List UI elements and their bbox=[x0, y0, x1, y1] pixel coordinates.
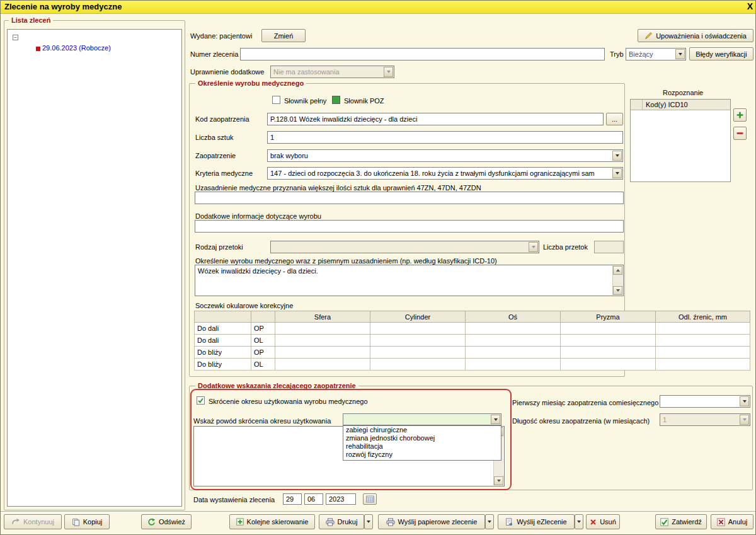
pen-icon bbox=[644, 32, 653, 40]
issue-date-year-input[interactable] bbox=[326, 493, 356, 505]
issue-date-month-input[interactable] bbox=[304, 493, 323, 505]
icd10-column-header: Kod(y) ICD10 bbox=[646, 101, 688, 108]
send-e-order-button[interactable]: Wyślij eZlecenie bbox=[498, 514, 575, 529]
printer-icon bbox=[326, 518, 335, 526]
chevron-down-icon[interactable] bbox=[612, 151, 622, 161]
verification-errors-button[interactable]: Błędy weryfikacji bbox=[689, 47, 753, 60]
description-text: Wózek inwalidzki dziecięcy - dla dzieci. bbox=[198, 267, 610, 275]
col-sfera: Sfera bbox=[275, 311, 370, 323]
next-referral-button[interactable]: Kolejne skierowanie bbox=[229, 514, 315, 529]
description-textarea[interactable]: Wózek inwalidzki dziecięcy - dla dzieci. bbox=[195, 265, 624, 296]
dropdown-option[interactable]: rehabilitacja bbox=[343, 442, 501, 451]
tree-expander-icon[interactable]: − bbox=[13, 35, 18, 40]
fistula-type-label: Rodzaj przetoki bbox=[195, 243, 243, 251]
calendar-button[interactable] bbox=[363, 493, 377, 505]
dropdown-option[interactable]: zabiegi chirurgiczne bbox=[343, 426, 501, 434]
issued-to-label: Wydane: pacjentowi bbox=[190, 32, 252, 40]
issue-date-day-input[interactable] bbox=[283, 493, 302, 505]
col-cylinder: Cylinder bbox=[370, 311, 466, 323]
fistula-count-label: Liczba przetok bbox=[543, 243, 588, 251]
x-box-icon bbox=[717, 518, 725, 526]
order-status-icon bbox=[36, 47, 40, 51]
first-month-combo[interactable] bbox=[660, 395, 750, 408]
lenses-header-row: Sfera Cylinder Oś Pryzma Odl. źrenic, mm bbox=[195, 311, 750, 323]
chevron-down-icon bbox=[384, 67, 393, 77]
additional-entitlement-label: Uprawnienie dodatkowe bbox=[190, 68, 264, 76]
chevron-down-icon[interactable] bbox=[740, 396, 749, 406]
dictionary-full-label: Słownik pełny bbox=[284, 97, 326, 105]
tree-item-order[interactable]: 29.06.2023 (Robocze) bbox=[42, 44, 111, 52]
issue-date-label: Data wystawienia zlecenia bbox=[193, 496, 275, 503]
chevron-down-icon[interactable] bbox=[491, 415, 500, 424]
supply-code-input[interactable] bbox=[267, 113, 604, 125]
col-pryzma: Pryzma bbox=[561, 311, 656, 323]
chevron-down-icon bbox=[740, 415, 749, 425]
chevron-down-icon[interactable] bbox=[675, 49, 685, 59]
dictionary-poz-checkbox[interactable] bbox=[332, 96, 340, 104]
dictionary-full-checkbox[interactable] bbox=[272, 96, 280, 104]
dropdown-option[interactable]: zmiana jednostki chorobowej bbox=[343, 434, 501, 442]
cancel-button[interactable]: Anuluj bbox=[711, 514, 753, 529]
order-number-input[interactable] bbox=[240, 48, 605, 60]
change-patient-button[interactable]: Zmień bbox=[261, 29, 306, 42]
supply-code-browse-button[interactable]: ... bbox=[606, 113, 623, 125]
remove-diagnosis-button[interactable] bbox=[733, 127, 747, 140]
continue-arrow-icon bbox=[11, 518, 20, 526]
order-number-label: Numer zlecenia bbox=[190, 50, 238, 58]
copy-icon bbox=[72, 518, 80, 526]
table-row: Do bliży OL bbox=[195, 359, 750, 371]
supply-code-label: Kod zaopatrzenia bbox=[195, 115, 249, 123]
table-row: Do dali OL bbox=[195, 335, 750, 347]
shorten-reason-combo[interactable] bbox=[343, 413, 501, 425]
shorten-period-checkbox[interactable] bbox=[197, 396, 205, 405]
send-paper-menu-button[interactable] bbox=[485, 514, 494, 529]
shorten-period-label: Skrócenie okresu użytkowania wyrobu medy… bbox=[209, 398, 368, 405]
scroll-up-icon[interactable] bbox=[613, 266, 622, 275]
approve-button[interactable]: Zatwierdź bbox=[655, 514, 707, 529]
delete-button[interactable]: Usuń bbox=[586, 514, 620, 529]
first-month-label: Pierwszy miesiąc zaopatrzenia comiesięcz… bbox=[512, 399, 658, 406]
fistula-type-combo bbox=[270, 241, 539, 253]
scroll-down-icon[interactable] bbox=[494, 476, 503, 485]
justification-input[interactable] bbox=[195, 192, 624, 204]
additional-info-input[interactable] bbox=[195, 220, 624, 233]
authorizations-button[interactable]: Upoważnienia i oświadczenia bbox=[638, 29, 753, 42]
supply-combo[interactable]: brak wyboru bbox=[267, 149, 623, 162]
mode-label: Tryb bbox=[610, 50, 624, 58]
col-os: Oś bbox=[466, 311, 561, 323]
fistula-count-input bbox=[594, 241, 624, 253]
period-length-combo: 1 bbox=[660, 413, 750, 426]
chevron-down-icon[interactable] bbox=[612, 168, 622, 178]
lenses-table: Sfera Cylinder Oś Pryzma Odl. źrenic, mm… bbox=[194, 311, 750, 371]
icd10-table[interactable]: Kod(y) ICD10 bbox=[630, 99, 731, 182]
document-send-icon bbox=[505, 518, 513, 526]
copy-button[interactable]: Kopiuj bbox=[64, 514, 110, 529]
quantity-input[interactable] bbox=[267, 131, 623, 144]
send-paper-order-button[interactable]: Wyślij papierowe zlecenie bbox=[378, 514, 485, 529]
quantity-label: Liczba sztuk bbox=[195, 134, 234, 141]
refresh-button[interactable]: Odśwież bbox=[141, 514, 192, 529]
close-icon[interactable]: X bbox=[747, 1, 753, 11]
table-row: Do dali OP bbox=[195, 323, 750, 335]
medical-criteria-combo[interactable]: 147 - dzieci od rozpoczęcia 3. do ukończ… bbox=[267, 167, 623, 180]
orders-tree[interactable]: − 29.06.2023 (Robocze) bbox=[7, 29, 182, 507]
justification-label: Uzasadnienie medyczne przyznania większe… bbox=[195, 184, 481, 192]
description-label: Określenie wyrobu medycznego wraz z pise… bbox=[195, 257, 497, 265]
description-scrollbar[interactable] bbox=[612, 266, 622, 295]
dropdown-option[interactable]: rozwój fizyczny bbox=[343, 451, 501, 459]
medical-criteria-label: Kryteria medyczne bbox=[195, 170, 253, 177]
shorten-reason-dropdown[interactable]: zabiegi chirurgiczne zmiana jednostki ch… bbox=[343, 425, 501, 461]
calendar-icon bbox=[366, 495, 374, 503]
minus-icon bbox=[736, 129, 744, 137]
scroll-down-icon[interactable] bbox=[613, 286, 622, 295]
print-menu-button[interactable] bbox=[364, 514, 373, 529]
print-button[interactable]: Drukuj bbox=[319, 514, 364, 529]
chevron-down-icon bbox=[529, 242, 538, 252]
product-group-title: Określenie wyrobu medycznego bbox=[195, 79, 306, 87]
add-diagnosis-button[interactable] bbox=[733, 108, 747, 122]
send-e-menu-button[interactable] bbox=[575, 514, 583, 529]
window-title: Zlecenie na wyroby medyczne bbox=[4, 2, 122, 11]
mode-combo[interactable]: Bieżący bbox=[626, 48, 686, 60]
supply-label: Zaopatrzenie bbox=[195, 152, 236, 159]
refresh-icon bbox=[147, 518, 156, 526]
